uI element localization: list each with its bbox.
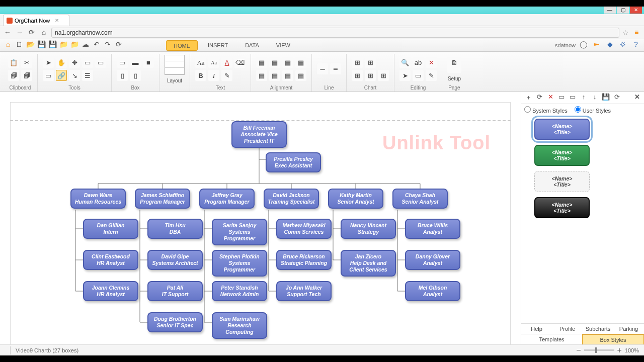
layout-button[interactable] <box>165 55 185 75</box>
org-node[interactable]: Bruce WillisAnalyst <box>405 219 460 239</box>
org-node[interactable]: Dawn WareHuman Resources <box>70 189 126 209</box>
tree1-icon[interactable]: ▭ <box>82 57 93 68</box>
font-color-icon[interactable]: A <box>221 57 232 68</box>
nav-home-button[interactable]: ⌂ <box>39 28 48 37</box>
org-node[interactable]: Danny GloverAnalyst <box>405 250 460 270</box>
org-node[interactable]: Clint EastwoodHR Analyst <box>83 250 138 270</box>
dup2-icon[interactable]: ▭ <box>568 93 578 103</box>
org-node[interactable]: Sam MarinshawResearch Computing <box>212 312 267 339</box>
tree2-icon[interactable]: ▭ <box>95 57 106 68</box>
org-node[interactable]: Dan GillianIntern <box>83 219 138 239</box>
style-card-grey[interactable]: <Name> <Title> <box>534 171 590 192</box>
align-tc-icon[interactable]: ▤ <box>269 57 280 68</box>
org-node[interactable]: Joann CleminsHR Analyst <box>83 281 138 301</box>
box1-icon[interactable]: ▭ <box>117 57 128 68</box>
org-node[interactable]: Kathy MartinSenior Analyst <box>328 189 383 209</box>
org-node[interactable]: Chaya ShahSenior Analyst <box>392 189 448 209</box>
down-icon[interactable]: ↓ <box>590 93 600 103</box>
align-bl-icon[interactable]: ▤ <box>256 70 267 81</box>
link-tool-icon[interactable]: ↘ <box>69 70 80 81</box>
footer-parking[interactable]: Parking <box>613 324 644 334</box>
save-style-icon[interactable]: 💾 <box>601 93 611 103</box>
footer-help[interactable]: Help <box>521 324 552 334</box>
style-card-green[interactable]: <Name> <Title> <box>534 145 590 166</box>
zoom-slider[interactable] <box>584 349 614 351</box>
home-icon[interactable]: ⌂ <box>3 40 13 50</box>
dup1-icon[interactable]: ▭ <box>556 93 567 103</box>
org-node[interactable]: Stephen PlotkinSystems Programmer <box>212 250 267 277</box>
align-bj-icon[interactable]: ▤ <box>295 70 306 81</box>
cut-icon[interactable]: ✂ <box>21 57 32 68</box>
tab-insert[interactable]: INSERT <box>201 40 235 51</box>
tab-view[interactable]: VIEW <box>269 40 297 51</box>
org-node[interactable]: Bruce RickersonStrategic Planning <box>276 250 332 270</box>
menu-icon[interactable]: ≡ <box>632 28 641 37</box>
chart1-icon[interactable]: ⊞ <box>352 57 363 68</box>
sync-icon[interactable]: ◯ <box>579 40 589 50</box>
window-close-button[interactable]: ✕ <box>630 7 642 14</box>
up-icon[interactable]: ↑ <box>579 93 589 103</box>
paste-icon[interactable]: 📋 <box>8 57 19 68</box>
window-min-button[interactable]: — <box>604 7 616 14</box>
new-icon[interactable]: 🗋 <box>14 40 24 50</box>
org-node[interactable]: Mel GibsonAnalyst <box>405 281 460 301</box>
reload-style-icon[interactable]: ⟳ <box>612 93 622 103</box>
redo-icon[interactable]: ↷ <box>103 40 113 50</box>
align-tl-icon[interactable]: ▤ <box>256 57 267 68</box>
org-node[interactable]: David GipeSystems Architect <box>147 250 203 270</box>
font-shrink-icon[interactable]: Aa <box>208 57 219 68</box>
chart5-icon[interactable]: ⊞ <box>378 70 389 81</box>
org-node[interactable]: Pat AliIT Support <box>147 281 203 301</box>
org-node[interactable]: Jo Ann WalkerSupport Tech <box>276 281 332 301</box>
info-icon[interactable]: ◆ <box>605 40 615 50</box>
edit2-icon[interactable]: ▭ <box>413 70 424 81</box>
align-br-icon[interactable]: ▤ <box>282 70 293 81</box>
font-grow-icon[interactable]: Aa <box>195 57 206 68</box>
footer-templates[interactable]: Templates <box>521 334 582 345</box>
org-node[interactable]: Presilla PresleyExec Assistant <box>266 152 321 172</box>
align-bc-icon[interactable]: ▤ <box>269 70 280 81</box>
org-node[interactable]: Mathew MiyasakiComm Services <box>276 219 332 239</box>
textfx-icon[interactable]: ✎ <box>221 70 232 81</box>
save-icon[interactable]: 💾 <box>36 40 46 50</box>
clear-format-icon[interactable]: ⌫ <box>234 57 246 68</box>
org-node[interactable]: Jan ZiceroHelp Desk and Client Services <box>341 250 396 277</box>
box2-icon[interactable]: ▬ <box>130 57 141 68</box>
copy-icon[interactable]: 🗐 <box>8 70 19 81</box>
org-node[interactable]: Bill FreemanAssociate Vice President IT <box>231 121 287 148</box>
url-field[interactable]: na1.orgchartnow.com <box>51 28 619 38</box>
delete-icon[interactable]: ✕ <box>426 57 437 68</box>
window-max-button[interactable]: ▢ <box>617 7 629 14</box>
undo-icon[interactable]: ↶ <box>92 40 102 50</box>
nav-back-button[interactable]: ← <box>3 28 12 37</box>
add-style-icon[interactable]: ＋ <box>523 93 533 103</box>
linew1-icon[interactable]: ─ <box>317 63 328 74</box>
org-node[interactable]: Tim HsuDBA <box>147 219 203 239</box>
refresh-icon[interactable]: ⟳ <box>114 40 124 50</box>
box3-icon[interactable]: ■ <box>143 57 154 68</box>
canvas[interactable]: Unlink Tool Bill FreemanAssociate Vice P… <box>0 92 521 345</box>
zoom-in-button[interactable]: + <box>617 346 622 355</box>
box5-icon[interactable]: ▯ <box>130 70 141 81</box>
italic-icon[interactable]: I <box>208 70 219 81</box>
chart3-icon[interactable]: ⊞ <box>352 70 363 81</box>
logout-icon[interactable]: ⇤ <box>592 40 602 50</box>
system-styles-radio[interactable]: System Styles <box>524 106 568 114</box>
replace-icon[interactable]: ab <box>413 57 424 68</box>
linew2-icon[interactable]: ━ <box>330 63 341 74</box>
unlink-tool-icon[interactable]: 🔗 <box>56 70 67 81</box>
settings-icon[interactable]: ⛭ <box>618 40 628 50</box>
org-node[interactable]: Jeffrey GrayProgram Manager <box>199 189 255 209</box>
org-node[interactable]: James SchiaffinoProgram Manager <box>135 189 190 209</box>
saveas-icon[interactable]: 💾 <box>47 40 57 50</box>
pointer-tool-icon[interactable]: ➤ <box>43 57 54 68</box>
zoom-out-button[interactable]: − <box>576 346 581 355</box>
import-icon[interactable]: 📁 <box>58 40 68 50</box>
tool5-icon[interactable]: ▭ <box>43 70 54 81</box>
org-node[interactable]: Sarita SanjoySystems Programmer <box>212 219 267 245</box>
nav-reload-button[interactable]: ⟳ <box>27 28 36 37</box>
move-tool-icon[interactable]: ✥ <box>69 57 80 68</box>
page-setup-button[interactable]: 🗎 <box>447 57 461 73</box>
footer-profile[interactable]: Profile <box>552 324 583 334</box>
tab-home[interactable]: HOME <box>166 40 198 51</box>
